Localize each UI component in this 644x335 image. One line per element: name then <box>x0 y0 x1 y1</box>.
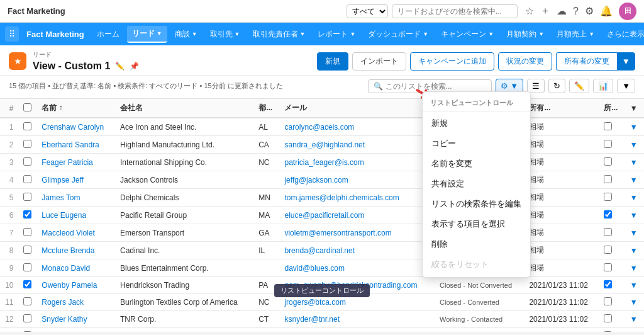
th-company[interactable]: 会社名 <box>115 99 253 118</box>
lead-name-link[interactable]: Eberhard Sandra <box>42 140 99 149</box>
help-icon[interactable]: ? <box>573 6 579 17</box>
cell-checkbox[interactable] <box>18 154 36 171</box>
row-checkbox[interactable] <box>23 140 31 148</box>
global-search-input[interactable] <box>392 4 518 18</box>
cell-name[interactable]: Glimpse Jeff <box>36 171 115 189</box>
dropdown-menu-item[interactable]: 名前を変更 <box>423 154 530 174</box>
cell-email[interactable]: violetm@emersontransport.com <box>279 224 435 242</box>
row-checkbox[interactable] <box>23 210 31 219</box>
nav-item-home[interactable]: ホーム <box>92 26 125 42</box>
cell-name[interactable]: Mcclure Brenda <box>36 242 115 259</box>
search-scope-select[interactable]: すべて <box>347 4 388 18</box>
avatar[interactable]: 田 <box>619 3 636 20</box>
lead-email-link[interactable]: jeffg@jackson.com <box>284 176 348 185</box>
cell-email[interactable]: brenda@cardinal.net <box>279 242 435 259</box>
cell-name[interactable]: Snyder Kathy <box>36 311 115 328</box>
th-owner[interactable]: 所有... <box>524 99 599 118</box>
row-checkbox[interactable] <box>23 280 31 288</box>
cell-extra[interactable] <box>599 328 625 332</box>
cell-email[interactable]: tom.james@delphi.chemicals.com <box>279 189 435 207</box>
cell-extra-checkbox[interactable] <box>604 140 612 148</box>
cell-row-caret[interactable]: ▼ <box>625 242 644 259</box>
add-icon[interactable]: ＋ <box>540 4 550 18</box>
cell-row-caret[interactable]: ▼ <box>625 171 644 189</box>
row-checkbox[interactable] <box>23 297 31 305</box>
setup-icon[interactable]: ⚙ <box>585 5 594 17</box>
dropdown-menu-item[interactable]: 共有設定 <box>423 174 530 194</box>
row-checkbox[interactable] <box>23 157 31 166</box>
cell-extra-checkbox[interactable] <box>604 193 612 201</box>
cell-row-caret[interactable]: ▼ <box>625 154 644 171</box>
cell-name[interactable]: Crenshaw Carolyn <box>36 118 115 136</box>
dropdown-menu-item[interactable]: 削除 <box>423 234 530 254</box>
new-button[interactable]: 新規 <box>317 52 348 71</box>
lead-email-link[interactable]: violetm@emersontransport.com <box>284 229 391 237</box>
lead-name-link[interactable]: Crenshaw Carolyn <box>42 123 104 132</box>
cell-extra[interactable] <box>599 207 625 224</box>
cell-name[interactable]: Luce Eugena <box>36 207 115 224</box>
change-owner-caret[interactable]: ▼ <box>617 52 635 71</box>
lead-name-link[interactable]: Monaco David <box>42 264 90 273</box>
cell-row-caret[interactable]: ▼ <box>625 259 644 277</box>
cell-name[interactable]: Rogers Jack <box>36 294 115 311</box>
dropdown-menu-item[interactable]: 新規 <box>423 113 530 133</box>
bell-icon[interactable]: 🔔 <box>600 5 613 17</box>
cell-checkbox[interactable] <box>18 207 36 224</box>
cell-extra[interactable] <box>599 189 625 207</box>
row-checkbox[interactable] <box>23 246 31 254</box>
cell-extra[interactable] <box>599 118 625 136</box>
cell-extra[interactable] <box>599 277 625 294</box>
lead-name-link[interactable]: James Tom <box>42 193 80 202</box>
change-status-button[interactable]: 状況の変更 <box>498 52 552 71</box>
cell-checkbox[interactable] <box>18 224 36 242</box>
cell-extra-checkbox[interactable] <box>604 175 612 183</box>
row-checkbox[interactable] <box>23 331 31 332</box>
cell-name[interactable]: Owenby Pamela <box>36 277 115 294</box>
cell-email[interactable]: jeffg@jackson.com <box>279 171 435 189</box>
cloud-icon[interactable]: ☁ <box>557 5 567 17</box>
lead-email-link[interactable]: brenda@cardinal.net <box>284 246 355 255</box>
cell-extra-checkbox[interactable] <box>604 228 612 236</box>
th-caret[interactable]: ▼ <box>625 99 644 118</box>
cell-extra-checkbox[interactable] <box>604 314 612 322</box>
cell-extra-checkbox[interactable] <box>604 280 612 288</box>
lead-name-link[interactable]: Luce Eugena <box>42 211 86 220</box>
cell-extra[interactable] <box>599 154 625 171</box>
dropdown-menu-item[interactable]: コピー <box>423 133 530 154</box>
lead-name-link[interactable]: Feager Patricia <box>42 158 92 167</box>
cell-extra-checkbox[interactable] <box>604 297 612 305</box>
cell-extra[interactable] <box>599 259 625 277</box>
edit-filter-button[interactable]: ✏️ <box>569 79 589 93</box>
cell-checkbox[interactable] <box>18 328 36 332</box>
cell-row-caret[interactable]: ▼ <box>625 277 644 294</box>
cell-extra-checkbox[interactable] <box>604 210 612 219</box>
select-all-checkbox[interactable] <box>23 103 31 111</box>
cell-row-caret[interactable]: ▼ <box>625 136 644 154</box>
row-checkbox[interactable] <box>23 228 31 236</box>
dropdown-menu-item[interactable]: 表示する項目を選択 <box>423 214 530 234</box>
row-checkbox[interactable] <box>23 175 31 183</box>
nav-item-deals[interactable]: 商談 ▼ <box>170 26 203 42</box>
cell-email[interactable]: pat@pyramid.net <box>279 328 435 332</box>
lead-email-link[interactable]: ksnyder@tnr.net <box>284 315 340 324</box>
add-to-campaign-button[interactable]: キャンペーンに追加 <box>410 52 494 71</box>
lead-email-link[interactable]: jrogers@btca.com <box>284 298 346 307</box>
nav-item-leads[interactable]: リード ▼ <box>127 26 167 43</box>
cell-checkbox[interactable] <box>18 311 36 328</box>
cell-email[interactable]: patricia_feager@is.com <box>279 154 435 171</box>
filter-button[interactable]: ▼ <box>617 79 635 93</box>
nav-item-monthly-contract[interactable]: 月額契約 ▼ <box>501 26 549 42</box>
cell-extra[interactable] <box>599 136 625 154</box>
cell-checkbox[interactable] <box>18 242 36 259</box>
lead-name-link[interactable]: Glimpse Jeff <box>42 176 83 185</box>
th-state[interactable]: 都... <box>253 99 279 118</box>
pin-icon[interactable]: 📌 <box>130 62 139 71</box>
nav-item-campaign[interactable]: キャンペーン ▼ <box>436 26 499 42</box>
nav-item-contacts[interactable]: 取引先責任者 ▼ <box>248 26 311 42</box>
cell-checkbox[interactable] <box>18 189 36 207</box>
cell-checkbox[interactable] <box>18 118 36 136</box>
change-owner-button[interactable]: 所有者の変更 <box>556 52 617 71</box>
cell-name[interactable]: Maccleod Violet <box>36 224 115 242</box>
th-name[interactable]: 名前 ↑ <box>36 99 115 118</box>
cell-row-caret[interactable]: ▼ <box>625 189 644 207</box>
